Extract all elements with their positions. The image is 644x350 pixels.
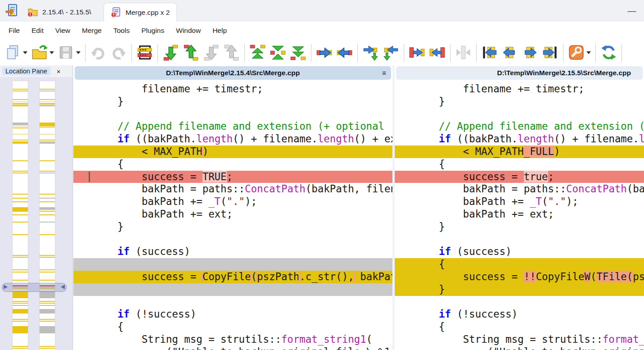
diff-stripe bbox=[13, 291, 28, 298]
code-line: ("Unable to backup original bbox=[395, 346, 644, 350]
toolbar-previous-difference-button[interactable] bbox=[181, 41, 201, 64]
toolbar-first-file-button[interactable] bbox=[479, 41, 500, 64]
code-line: bakPath += _T("."); bbox=[395, 195, 644, 208]
code-segment: CopyFile bbox=[203, 271, 251, 282]
diff-stripe bbox=[40, 257, 55, 258]
toolbar-next-difference-button[interactable] bbox=[161, 41, 181, 64]
location-column-left[interactable] bbox=[12, 81, 28, 350]
file-header-right[interactable]: D:\Temp\WinMerge\2.15.5\Src\Merge.cpp bbox=[396, 66, 643, 80]
code-line: < MAX_PATH_FULL) bbox=[395, 145, 644, 158]
diff-stripe bbox=[13, 160, 28, 161]
code-segment: success = bbox=[414, 171, 524, 182]
diff-stripe bbox=[13, 234, 28, 235]
close-icon[interactable]: × bbox=[57, 68, 61, 75]
code-segment: () + ext. bbox=[354, 133, 392, 145]
toolbar-first-difference-button[interactable] bbox=[248, 41, 268, 64]
toolbar-copy-right-button[interactable] bbox=[314, 41, 334, 64]
folder-alert-icon bbox=[27, 7, 38, 18]
diff-stripe bbox=[40, 173, 55, 173]
toolbar-next-conflict-button[interactable] bbox=[201, 41, 221, 64]
toolbar-undo-button[interactable] bbox=[88, 41, 108, 64]
menu-plugins[interactable]: Plugins bbox=[135, 27, 170, 35]
file-pane-left: D:\Temp\WinMerge\2.15.4\Src\Merge.cpp ≡ … bbox=[73, 65, 392, 350]
toolbar-redo-button[interactable] bbox=[108, 41, 129, 64]
current-difference-icon bbox=[270, 44, 286, 61]
location-viewport-indicator[interactable] bbox=[2, 283, 67, 292]
dropdown-caret-icon[interactable] bbox=[76, 51, 81, 54]
code-segment: ( bbox=[221, 195, 226, 207]
code-segment: } bbox=[93, 221, 123, 232]
code-segment: String msg = strutils:: bbox=[414, 333, 603, 345]
code-segment: !! bbox=[524, 271, 536, 282]
select-line-difference-icon bbox=[136, 44, 153, 61]
toolbar-last-difference-button[interactable] bbox=[288, 41, 308, 64]
menu-view[interactable]: View bbox=[50, 27, 76, 35]
first-file-icon bbox=[481, 44, 498, 61]
code-line: } bbox=[395, 221, 644, 233]
tab-file-compare[interactable]: Merge.cpp x 2 bbox=[104, 3, 177, 22]
toolbar-open-button[interactable] bbox=[29, 41, 56, 64]
toolbar-new-button[interactable] bbox=[3, 41, 29, 64]
editor-left[interactable]: filename += timestr; } // Append filenam… bbox=[73, 83, 392, 350]
code-line: if (success) bbox=[395, 245, 644, 258]
code-segment bbox=[93, 245, 117, 257]
dropdown-caret-icon[interactable] bbox=[50, 51, 54, 54]
toolbar-previous-file-button[interactable] bbox=[500, 41, 520, 64]
menu-edit[interactable]: Edit bbox=[26, 27, 50, 35]
location-column-right[interactable] bbox=[39, 81, 55, 350]
code-segment: { bbox=[93, 321, 123, 332]
toolbar-last-file-button[interactable] bbox=[540, 41, 560, 64]
toolbar-copy-all-to-left-button[interactable] bbox=[427, 41, 447, 64]
dropdown-caret-icon[interactable] bbox=[586, 51, 591, 54]
menu-merge[interactable]: Merge bbox=[76, 27, 108, 35]
dropdown-caret-icon[interactable] bbox=[23, 51, 27, 54]
diff-stripe bbox=[13, 321, 28, 322]
toolbar-save-button[interactable] bbox=[56, 41, 82, 64]
editor-right[interactable]: filename += timestr; } // Append filenam… bbox=[395, 83, 644, 350]
header-menu-icon[interactable]: ≡ bbox=[382, 66, 386, 80]
code-segment: if bbox=[439, 308, 451, 320]
undo-icon bbox=[90, 44, 107, 61]
code-line: } bbox=[395, 95, 644, 108]
toolbar-previous-conflict-button[interactable] bbox=[221, 41, 242, 64]
viewport-left-arrow-icon bbox=[4, 285, 8, 289]
toolbar-copy-all-to-right-button[interactable] bbox=[407, 41, 427, 64]
file-path-right: D:\Temp\WinMerge\2.15.5\Src\Merge.cpp bbox=[497, 69, 631, 77]
menu-help[interactable]: Help bbox=[207, 27, 233, 35]
toolbar-copy-left-and-advance-button[interactable] bbox=[381, 41, 401, 64]
diff-stripe bbox=[40, 301, 55, 302]
toolbar-separator bbox=[404, 44, 404, 62]
diff-stripe bbox=[13, 194, 28, 195]
diff-stripe bbox=[40, 91, 55, 91]
copy-right-icon bbox=[316, 44, 333, 61]
first-difference-icon bbox=[249, 44, 266, 61]
diff-stripe bbox=[13, 134, 28, 135]
code-segment: < MAX_PATH bbox=[93, 145, 203, 157]
menu-tools[interactable]: Tools bbox=[108, 27, 135, 35]
tab-folder-compare[interactable]: 2.15.4\ - 2.15.5\ bbox=[21, 3, 98, 22]
code-segment: (success) bbox=[451, 245, 512, 257]
toolbar-refresh-button[interactable] bbox=[599, 41, 619, 64]
toolbar-options-button[interactable] bbox=[566, 41, 593, 64]
toolbar-copy-right-and-advance-button[interactable] bbox=[360, 41, 381, 64]
toolbar-current-difference-button[interactable] bbox=[268, 41, 288, 64]
menu-window[interactable]: Window bbox=[170, 27, 207, 35]
code-segment: ( bbox=[366, 333, 372, 345]
file-header-left[interactable]: D:\Temp\WinMerge\2.15.4\Src\Merge.cpp ≡ bbox=[75, 66, 391, 80]
diff-stripe bbox=[13, 89, 28, 90]
code-segment: ConcatPath bbox=[566, 183, 627, 195]
minimize-button[interactable]: — bbox=[624, 5, 639, 17]
code-line: } bbox=[73, 95, 392, 108]
location-pane: Location Pane × bbox=[0, 65, 73, 350]
menu-file[interactable]: File bbox=[3, 27, 26, 35]
copy-all-to-left-icon bbox=[429, 44, 446, 61]
diff-stripe bbox=[40, 171, 55, 172]
diff-stripe bbox=[40, 101, 55, 102]
toolbar-select-line-difference-button[interactable] bbox=[135, 41, 155, 64]
code-segment: bakPath = paths:: bbox=[93, 183, 245, 195]
toolbar-next-file-button[interactable] bbox=[520, 41, 540, 64]
code-line bbox=[395, 233, 644, 246]
toolbar-copy-left-button[interactable] bbox=[334, 41, 355, 64]
toolbar-auto-merge-button[interactable] bbox=[453, 41, 473, 64]
save-icon bbox=[58, 44, 74, 61]
